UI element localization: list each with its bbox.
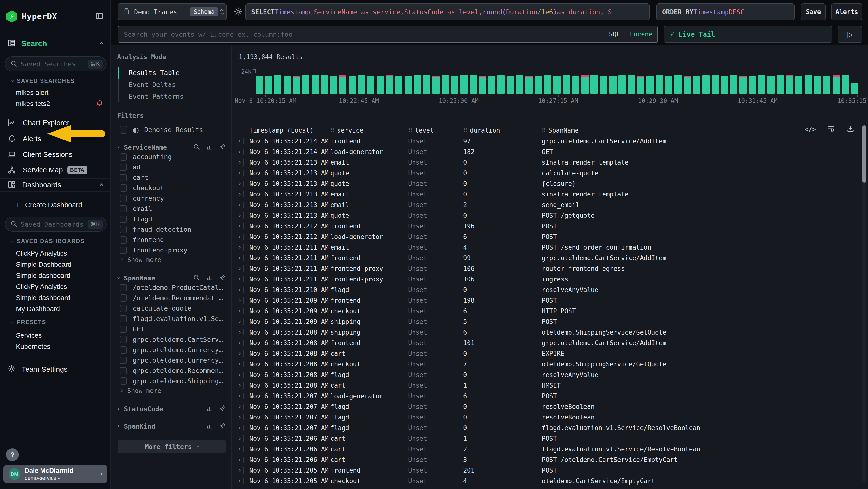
expand-row-icon[interactable] xyxy=(238,458,240,461)
column-header-timestamp-local-[interactable]: Timestamp (Local) xyxy=(249,127,330,134)
expand-row-icon[interactable] xyxy=(238,395,240,397)
pin-icon[interactable] xyxy=(219,405,226,413)
histogram-bar[interactable] xyxy=(414,75,421,94)
expand-row-icon[interactable] xyxy=(238,448,240,450)
histogram-bar[interactable] xyxy=(535,76,542,94)
histogram-bar[interactable] xyxy=(600,76,607,94)
filter-checkbox-item[interactable]: grpc.oteldemo.Recommend… xyxy=(120,366,226,376)
expand-row-icon[interactable] xyxy=(238,320,240,323)
chevron-down-icon[interactable] xyxy=(117,146,120,148)
save-button[interactable]: Save xyxy=(801,3,826,20)
checkbox[interactable] xyxy=(120,346,127,353)
filter-checkbox-item[interactable]: /oteldemo.Recommendatio… xyxy=(120,293,226,303)
histogram-bar[interactable] xyxy=(358,75,365,94)
collapse-sidebar-icon[interactable] xyxy=(95,11,104,22)
histogram-bar[interactable] xyxy=(795,76,802,94)
tab-event-patterns[interactable]: Event Patterns xyxy=(118,90,226,102)
sql-select-editor[interactable]: SELECT Timestamp, ServiceName as service… xyxy=(245,3,650,20)
drag-handle-icon[interactable]: ⠿ xyxy=(542,127,546,134)
histogram-bar[interactable] xyxy=(805,75,812,94)
row-expander[interactable] xyxy=(238,265,249,272)
chevron-right-icon[interactable] xyxy=(117,407,119,410)
expand-row-icon[interactable] xyxy=(238,278,240,281)
saved-dashboard-item[interactable]: Simple dashboard xyxy=(16,292,103,303)
sidebar-section-dashboards[interactable]: Dashboards xyxy=(0,178,111,192)
filter-checkbox-item[interactable]: ad xyxy=(120,162,226,172)
scrollbar-thumb[interactable] xyxy=(863,125,866,183)
expand-row-icon[interactable] xyxy=(238,246,240,249)
query-language-toggle[interactable]: SQL|Lucene xyxy=(609,31,652,38)
drag-handle-icon[interactable]: ⠿ xyxy=(408,127,412,134)
histogram-bar[interactable] xyxy=(330,76,337,94)
sidebar-item-client-sessions[interactable]: Client Sessions xyxy=(0,147,111,162)
filter-checkbox-item[interactable]: fraud-detection xyxy=(120,225,226,234)
table-row[interactable]: Nov 6 10:35:21.212 AMload-generatorUnset… xyxy=(232,231,850,242)
histogram-bar[interactable] xyxy=(488,76,495,94)
checkbox[interactable] xyxy=(120,305,127,312)
histogram-bar[interactable] xyxy=(656,75,663,94)
schema-badge[interactable]: Schema xyxy=(190,7,218,17)
filter-checkbox-item[interactable]: flagd xyxy=(120,214,226,224)
table-row[interactable]: Nov 6 10:35:21.205 AMfrontendUnset201POS… xyxy=(232,465,850,476)
saved-search-item[interactable]: mikes tets2 xyxy=(16,98,103,109)
filter-checkbox-item[interactable]: flagd.evaluation.v1.Ser… xyxy=(120,314,226,324)
pin-icon[interactable] xyxy=(219,143,226,151)
filter-checkbox-item[interactable]: calculate-quote xyxy=(120,304,226,313)
checkbox[interactable] xyxy=(120,377,127,385)
expand-row-icon[interactable] xyxy=(238,384,240,387)
sidebar-section-search[interactable]: Search xyxy=(0,36,111,51)
table-row[interactable]: Nov 6 10:35:21.208 AMfrontendUnset101grp… xyxy=(232,338,850,348)
row-expander[interactable] xyxy=(238,478,249,484)
histogram-bar[interactable] xyxy=(721,76,728,94)
row-expander[interactable] xyxy=(238,361,249,367)
histogram-bar[interactable] xyxy=(349,76,356,94)
table-row[interactable]: Nov 6 10:35:21.208 AMcheckoutUnset7oteld… xyxy=(232,359,850,370)
tab-event-deltas[interactable]: Event Deltas xyxy=(118,79,226,90)
table-row[interactable]: Nov 6 10:35:21.207 AMflagdUnset0resolveB… xyxy=(232,401,850,412)
search-icon[interactable] xyxy=(193,143,200,151)
row-expander[interactable] xyxy=(238,138,249,144)
row-expander[interactable] xyxy=(238,319,249,325)
row-expander[interactable] xyxy=(238,276,249,282)
table-row[interactable]: Nov 6 10:35:21.208 AMflagdUnset0resolveA… xyxy=(232,370,850,380)
checkbox[interactable] xyxy=(120,226,127,233)
histogram-bar[interactable] xyxy=(367,76,374,94)
preset-item[interactable]: Services xyxy=(16,330,103,341)
table-row[interactable]: Nov 6 10:35:21.207 AMflagdUnset0flagd.ev… xyxy=(232,423,850,433)
table-row[interactable]: Nov 6 10:35:21.207 AMload-generatorUnset… xyxy=(232,391,850,401)
expand-row-icon[interactable] xyxy=(238,235,240,238)
histogram-bar[interactable] xyxy=(637,76,644,94)
chevron-down-icon[interactable] xyxy=(117,276,120,279)
row-expander[interactable] xyxy=(238,202,249,208)
filter-checkbox-item[interactable]: accounting xyxy=(120,152,226,162)
row-expander[interactable] xyxy=(238,404,249,410)
histogram-bar[interactable] xyxy=(740,76,747,94)
table-row[interactable]: Nov 6 10:35:21.206 AMcartUnset3POST /ote… xyxy=(232,455,850,465)
histogram-bar[interactable] xyxy=(405,76,412,94)
checkbox[interactable] xyxy=(120,336,127,343)
row-expander[interactable] xyxy=(238,234,249,240)
source-settings-gear-icon[interactable] xyxy=(234,7,243,18)
table-row[interactable]: Nov 6 10:35:21.208 AMcartUnset1HMSET xyxy=(232,380,850,391)
checkbox[interactable] xyxy=(120,284,127,291)
checkbox[interactable] xyxy=(120,184,127,192)
row-expander[interactable] xyxy=(238,223,249,229)
histogram-bar[interactable] xyxy=(777,75,784,94)
row-expander[interactable] xyxy=(238,159,249,166)
checkbox[interactable] xyxy=(120,247,127,254)
histogram-bar[interactable] xyxy=(339,75,346,94)
table-row[interactable]: Nov 6 10:35:21.212 AMfrontendUnset196POS… xyxy=(232,221,850,231)
checkbox[interactable] xyxy=(120,367,127,374)
table-row[interactable]: Nov 6 10:35:21.213 AMquoteUnset0POST /ge… xyxy=(232,210,850,221)
row-expander[interactable] xyxy=(238,372,249,378)
table-row[interactable]: Nov 6 10:35:21.213 AMquoteUnset0calculat… xyxy=(232,168,850,178)
row-expander[interactable] xyxy=(238,329,249,336)
filter-checkbox-item[interactable]: GET xyxy=(120,324,226,334)
filter-group-header[interactable]: SpanName xyxy=(117,274,226,282)
row-expander[interactable] xyxy=(238,308,249,314)
row-expander[interactable] xyxy=(238,170,249,176)
table-row[interactable]: Nov 6 10:35:21.209 AMfrontendUnset198POS… xyxy=(232,295,850,306)
row-expander[interactable] xyxy=(238,393,249,399)
histogram-bar[interactable] xyxy=(470,75,477,94)
row-expander[interactable] xyxy=(238,212,249,219)
